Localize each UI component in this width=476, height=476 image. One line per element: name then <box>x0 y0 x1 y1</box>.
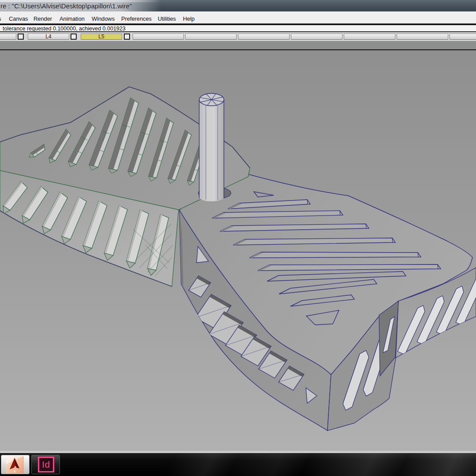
svg-text:A: A <box>14 470 16 473</box>
